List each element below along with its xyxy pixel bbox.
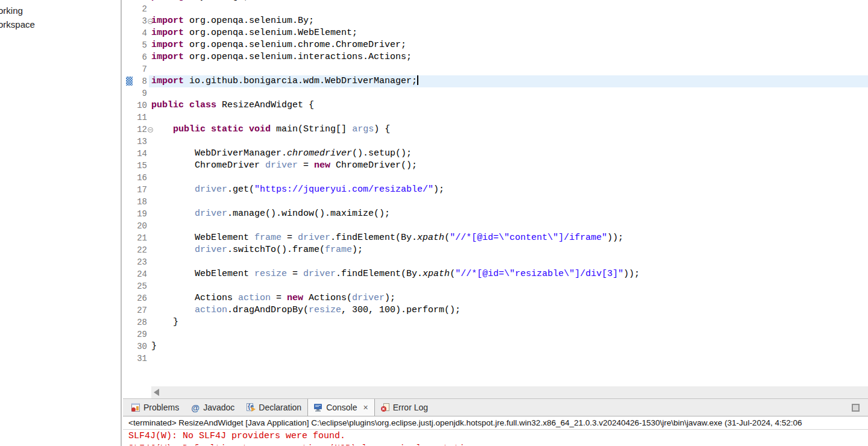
javadoc-icon: @	[191, 403, 200, 412]
line-number: 16	[133, 172, 147, 184]
line-number: 24	[133, 268, 147, 280]
console-title: <terminated> ResizeAndWidget [Java Appli…	[123, 416, 868, 430]
line-number: 27	[133, 304, 147, 316]
line-number: 20	[133, 220, 147, 232]
line-number: 12	[133, 124, 147, 136]
line-number: 18	[133, 196, 147, 208]
line-number: 17	[133, 184, 147, 196]
code-text: import io.github.bonigarcia.wdm.WebDrive…	[151, 75, 418, 87]
code-line[interactable]: 10public class ResizeAndWidget {	[123, 99, 868, 111]
code-line[interactable]: 19 driver.manage().window().maximize();	[123, 208, 868, 220]
text-cursor	[417, 75, 418, 85]
line-number: 7	[133, 63, 147, 75]
code-line[interactable]: 22 driver.switchTo().frame(frame);	[123, 244, 868, 256]
line-number: 6	[133, 51, 147, 63]
code-line[interactable]: 12 public static void main(String[] args…	[123, 124, 868, 136]
code-line[interactable]: 7	[123, 63, 868, 75]
code-line[interactable]: 28 }	[123, 316, 868, 328]
code-text: WebElement resize = driver.findElement(B…	[151, 268, 640, 280]
line-number: 31	[133, 353, 147, 365]
code-line[interactable]: 29	[123, 328, 868, 341]
code-line[interactable]: 6import org.openqa.selenium.interactions…	[123, 51, 868, 63]
code-text: public class ResizeAndWidget {	[151, 99, 314, 111]
sidebar-item-label[interactable]: orking	[0, 5, 23, 16]
sidebar-item-label[interactable]: orkspace	[0, 19, 35, 30]
code-text: driver.switchTo().frame(frame);	[151, 244, 363, 256]
code-line[interactable]: 18	[123, 196, 868, 208]
code-line[interactable]: 24 WebElement resize = driver.findElemen…	[123, 268, 868, 280]
line-number: 11	[133, 111, 147, 124]
tab-close-icon[interactable]: ×	[363, 403, 368, 412]
code-line[interactable]: 25	[123, 280, 868, 292]
code-line[interactable]: 26 Actions action = new Actions(driver);	[123, 292, 868, 304]
tab-problems[interactable]: Problems	[125, 399, 185, 416]
code-line[interactable]: 30}	[123, 341, 868, 353]
tab-label: Error Log	[393, 403, 428, 412]
code-line[interactable]: 2	[123, 3, 868, 15]
code-text: action.dragAndDropBy(resize, 300, 100).p…	[151, 304, 461, 316]
code-line[interactable]: 9	[123, 87, 868, 99]
code-line[interactable]: 5import org.openqa.selenium.chrome.Chrom…	[123, 39, 868, 51]
line-number: 3	[133, 15, 147, 27]
tab-javadoc[interactable]: @Javadoc	[185, 399, 241, 416]
bottom-view-panel: Problems@Javadoc{eDeclarationConsole×✕Er…	[123, 398, 868, 446]
tab-error-log[interactable]: ✕Error Log	[375, 399, 434, 416]
code-text: import org.openqa.selenium.WebElement;	[151, 27, 357, 39]
code-line[interactable]: 23	[123, 256, 868, 268]
error-log-icon: ✕	[381, 403, 389, 412]
code-line[interactable]: 11	[123, 111, 868, 124]
tab-console[interactable]: Console×	[307, 399, 375, 416]
code-editor[interactable]: 1package myPackage;23import org.openqa.s…	[123, 0, 868, 398]
line-number: 21	[133, 232, 147, 244]
code-line[interactable]: 13	[123, 136, 868, 148]
console-icon	[314, 403, 322, 412]
console-line: SLF4J(W): No SLF4J providers were found.	[128, 430, 868, 442]
tab-declaration[interactable]: {eDeclaration	[241, 399, 307, 416]
line-number: 19	[133, 208, 147, 220]
code-line[interactable]: 17 driver.get("https://jqueryui.com/resi…	[123, 184, 868, 196]
code-text: driver.get("https://jqueryui.com/resizab…	[151, 184, 444, 196]
code-line[interactable]: 21 WebElement frame = driver.findElement…	[123, 232, 868, 244]
code-text: WebDriverManager.chromedriver().setup();	[151, 148, 412, 160]
code-line[interactable]: 15 ChromeDriver driver = new ChromeDrive…	[123, 160, 868, 172]
code-line[interactable]: 31	[123, 353, 868, 365]
code-text: public static void main(String[] args) {	[151, 124, 390, 136]
tab-label: Console	[326, 403, 357, 412]
code-text: driver.manage().window().maximize();	[151, 208, 390, 220]
tab-label: Problems	[143, 403, 179, 412]
console-output: SLF4J(W): No SLF4J providers were found.…	[123, 430, 868, 445]
left-panel: orking orkspace	[0, 0, 122, 446]
maximize-view-icon[interactable]	[852, 404, 860, 412]
code-text: ChromeDriver driver = new ChromeDriver()…	[151, 160, 417, 172]
console-line: SLF4J(W): Defaulting to no-operation (NO…	[128, 442, 868, 445]
line-number: 26	[133, 292, 147, 304]
line-number: 23	[133, 256, 147, 268]
code-line[interactable]: 4import org.openqa.selenium.WebElement;	[123, 27, 868, 39]
tab-label: Declaration	[259, 403, 301, 412]
line-number: 8	[133, 75, 147, 87]
ruler-range-marker-icon	[126, 77, 133, 86]
tab-label: Javadoc	[203, 403, 234, 412]
declaration-icon: {e	[247, 403, 255, 412]
problems-icon	[131, 403, 140, 412]
code-line[interactable]: 8import io.github.bonigarcia.wdm.WebDriv…	[123, 75, 868, 87]
code-text: WebElement frame = driver.findElement(By…	[151, 232, 623, 244]
view-tab-bar: Problems@Javadoc{eDeclarationConsole×✕Er…	[123, 398, 868, 416]
line-number: 15	[133, 160, 147, 172]
scroll-left-icon[interactable]	[154, 389, 159, 396]
code-line[interactable]: 20	[123, 220, 868, 232]
line-number: 25	[133, 280, 147, 292]
line-number: 10	[133, 99, 147, 111]
code-line[interactable]: 27 action.dragAndDropBy(resize, 300, 100…	[123, 304, 868, 316]
code-text: Actions action = new Actions(driver);	[151, 292, 395, 304]
horizontal-scrollbar[interactable]	[151, 386, 868, 398]
code-line[interactable]: 14 WebDriverManager.chromedriver().setup…	[123, 148, 868, 160]
line-number: 28	[133, 316, 147, 328]
line-number: 5	[133, 39, 147, 51]
code-text: import org.openqa.selenium.chrome.Chrome…	[151, 39, 406, 51]
line-number: 29	[133, 328, 147, 341]
code-text: }	[151, 341, 157, 353]
code-line[interactable]: 16	[123, 172, 868, 184]
line-number: 13	[133, 136, 147, 148]
code-line[interactable]: 3import org.openqa.selenium.By;	[123, 15, 868, 27]
